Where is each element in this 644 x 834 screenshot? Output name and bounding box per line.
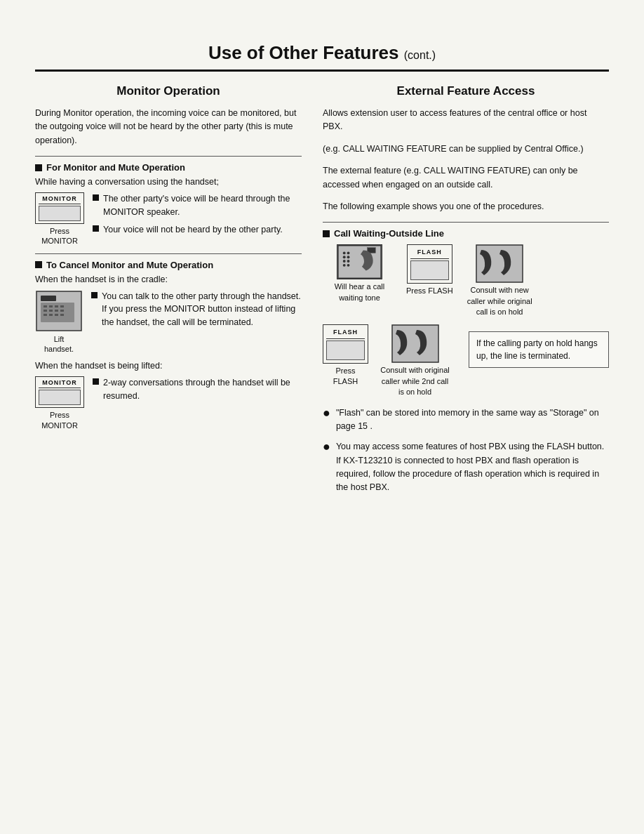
efa-desc-1: (e.g. CALL WAITING FEATURE can be suppli… xyxy=(323,143,609,156)
cw-caption-0: Will hear a call waiting tone xyxy=(323,282,396,303)
note-box: If the calling party on hold hangs up, t… xyxy=(469,331,609,368)
cw-caption-2: Consult with new caller while original c… xyxy=(463,285,537,317)
monitor-mute-header: For Monitor and Mute Operation xyxy=(35,162,302,173)
cw-item-flash: FLASH Press FLASH xyxy=(406,244,453,296)
svg-rect-3 xyxy=(43,305,47,307)
cancel-header: To Cancel Monitor and Mute Operation xyxy=(35,260,302,270)
cw2-caption-0: Press FLASH xyxy=(323,366,368,388)
svg-point-24 xyxy=(347,264,350,267)
cw-item-consult: Consult with new caller while original c… xyxy=(463,244,537,317)
black-square-icon xyxy=(35,261,42,268)
main-columns: Monitor Operation During Monitor operati… xyxy=(35,84,609,502)
bullet-item: Your voice will not be heard by the othe… xyxy=(93,223,302,237)
cw2-caption-1: Consult with original caller while 2nd c… xyxy=(378,365,452,397)
svg-rect-9 xyxy=(55,310,58,312)
cw-item-flash-2: FLASH Press FLASH xyxy=(323,324,368,387)
svg-rect-5 xyxy=(55,305,58,307)
svg-point-21 xyxy=(347,252,350,255)
flash-rect-2 xyxy=(326,340,365,360)
handset-icon-2 xyxy=(391,324,439,363)
svg-rect-7 xyxy=(43,310,47,312)
left-column: Monitor Operation During Monitor operati… xyxy=(35,84,302,502)
svg-rect-11 xyxy=(43,314,47,316)
lifting-bullets: 2-way conversations through the handset … xyxy=(93,376,302,407)
monitor-btn-label: MONITOR xyxy=(39,195,81,204)
bullet-sq-icon xyxy=(93,225,99,232)
phone-device-icon xyxy=(35,290,83,332)
svg-point-17 xyxy=(343,252,346,255)
flash-btn-box: FLASH xyxy=(407,244,452,284)
monitor-btn-box: MONITOR xyxy=(35,192,84,224)
black-square-icon xyxy=(35,164,42,171)
press-monitor-1: PressMONITOR xyxy=(41,226,78,246)
right-column: External Feature Access Allows extension… xyxy=(323,84,609,502)
svg-rect-13 xyxy=(55,314,58,316)
svg-rect-4 xyxy=(49,305,53,307)
page-title: Use of Other Features (cont.) xyxy=(208,42,436,63)
svg-rect-12 xyxy=(49,314,53,316)
page: Use of Other Features (cont.) Monitor Op… xyxy=(0,0,644,834)
flash-label: FLASH xyxy=(410,248,449,259)
title-rule xyxy=(35,70,609,72)
bullet-note-0: ● "Flash" can be stored into memory in t… xyxy=(323,406,609,434)
cw-item-consult-2: Consult with original caller while 2nd c… xyxy=(378,324,452,397)
svg-rect-6 xyxy=(60,305,64,307)
efa-desc-0: Allows extension user to access features… xyxy=(323,107,609,134)
monitor-section-title: Monitor Operation xyxy=(35,84,302,98)
monitor-desc: During Monitor operation, the incoming v… xyxy=(35,107,302,147)
lift-caption: Lifthandset. xyxy=(44,334,74,355)
monitor-step-row-1: MONITOR PressMONITOR The other party's v… xyxy=(35,192,302,246)
cradle-label: When the handset is in the cradle: xyxy=(35,274,302,284)
monitor-btn-label-2: MONITOR xyxy=(39,379,81,388)
lifting-label: When the handset is being lifted: xyxy=(35,361,302,371)
cradle-step-row: Lifthandset. You can talk to the other p… xyxy=(35,290,302,355)
svg-point-23 xyxy=(347,260,350,263)
efa-desc: Allows extension user to access features… xyxy=(323,107,609,213)
phone-dots-icon xyxy=(337,244,382,279)
rule-cw xyxy=(323,222,609,223)
bullet-sq-icon xyxy=(93,378,99,385)
svg-rect-14 xyxy=(60,314,64,316)
flash-rect xyxy=(410,260,449,280)
press-monitor-2: PressMONITOR xyxy=(41,410,78,430)
phone-with-dots-svg xyxy=(337,244,382,279)
black-square-icon xyxy=(323,230,330,237)
lifting-step-row: MONITOR PressMONITOR 2-way conversations… xyxy=(35,376,302,430)
monitor-button-device-2: MONITOR PressMONITOR xyxy=(35,376,84,430)
bullet-note-1: ● You may access some features of host P… xyxy=(323,440,609,495)
flash-label-2: FLASH xyxy=(326,328,365,339)
monitor-button-device: MONITOR PressMONITOR xyxy=(35,192,84,246)
bullet-dot-list: ● "Flash" can be stored into memory in t… xyxy=(323,406,609,495)
rule-2 xyxy=(35,253,302,254)
monitor-btn-rect-2 xyxy=(39,390,81,405)
cw-header: Call Waiting-Outside Line xyxy=(323,228,609,239)
dot-bullet-icon: ● xyxy=(323,440,330,495)
flash-btn-box-2: FLASH xyxy=(323,324,368,364)
svg-point-22 xyxy=(347,256,350,259)
monitor-mute-bullets: The other party's voice will be heard th… xyxy=(93,192,302,240)
bullet-sq-icon xyxy=(93,194,99,201)
bullet-item: The other party's voice will be heard th… xyxy=(93,192,302,219)
phone-device-box: Lifthandset. xyxy=(35,290,83,355)
efa-section-title: External Feature Access xyxy=(323,84,609,98)
dot-bullet-icon: ● xyxy=(323,406,330,434)
efa-desc-3: The following example shows you one of t… xyxy=(323,200,609,213)
monitor-btn-box-2: MONITOR xyxy=(35,376,84,408)
handset-icon-1 xyxy=(476,244,523,283)
svg-rect-10 xyxy=(60,310,64,312)
bullet-sq-icon xyxy=(91,292,98,298)
svg-point-19 xyxy=(343,260,346,263)
svg-rect-1 xyxy=(41,296,56,301)
efa-desc-2: The external feature (e.g. CALL WAITING … xyxy=(323,164,609,192)
monitor-btn-rect xyxy=(39,206,81,221)
cw-item-tone: Will hear a call waiting tone xyxy=(323,244,396,303)
cw-caption-1: Press FLASH xyxy=(406,286,453,296)
svg-point-18 xyxy=(343,256,346,259)
cw-row-2: FLASH Press FLASH Consult with original … xyxy=(323,324,609,397)
cw-row-1: Will hear a call waiting tone FLASH Pres… xyxy=(323,244,609,317)
cradle-bullets: You can talk to the other party through … xyxy=(91,290,302,333)
bullet-item: 2-way conversations through the handset … xyxy=(93,376,302,403)
monitor-mute-intro: While having a conversation using the ha… xyxy=(35,177,302,187)
svg-point-20 xyxy=(343,264,346,267)
bullet-item: You can talk to the other party through … xyxy=(91,290,302,329)
